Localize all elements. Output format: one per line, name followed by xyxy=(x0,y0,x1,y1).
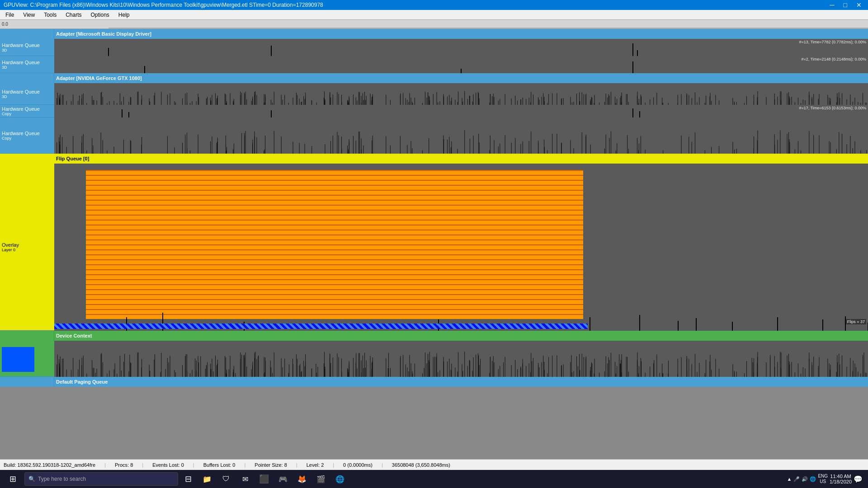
taskbar-right: ▲ 🎤 🔊 🌐 ENG US 11:40 AM 1/18/2020 💬 xyxy=(787,474,867,484)
hw-queue-3d-ms2-row: Hardware Queue 3D #=2, Time=2148 (0.2148… xyxy=(0,56,868,73)
hw-queue-copy2-row: Hardware Queue Copy #=701, Time=294137 (… xyxy=(0,117,868,154)
hw-queue-copy2-content: #=701, Time=294137 (29.4137ms); 0.17% xyxy=(54,117,868,154)
clock-time: 11:40 AM xyxy=(830,474,852,479)
default-paging-row: Default Paging Queue xyxy=(0,377,868,387)
device-context-row: #=9189, Time used: GPU=27490531 (2.749,0… xyxy=(0,341,868,377)
status-buffers-lost: Buffers Lost: 0 xyxy=(203,462,236,468)
adapter-microsoft-label xyxy=(0,29,54,39)
chrome-icon[interactable]: 🌐 xyxy=(331,470,349,488)
restore-button[interactable]: □ xyxy=(841,1,850,9)
status-pointer-size: Pointer Size: 8 xyxy=(255,462,287,468)
adapter-nvidia-row: Adapter [NVIDIA GeForce GTX 1080] xyxy=(0,73,868,83)
device-context-queue-label xyxy=(0,341,54,377)
hw-queue-copy2-label: Hardware Queue Copy xyxy=(0,117,54,154)
hw-queue-3d-ms2-content: #=2, Time=2148 (0.2148ms); 0.00% xyxy=(54,56,868,73)
hw-queue-ms2-spikes xyxy=(54,56,868,73)
taskbar: ⊞ 🔍 Type here to search ⊟ 📁 🛡 ✉ ⬛ 🎮 🦊 🎬 … xyxy=(0,470,868,488)
nv3d-canvas xyxy=(54,83,868,105)
status-level: Level: 2 xyxy=(307,462,324,468)
hw-queue-copy1-label: Hardware Queue Copy xyxy=(0,105,54,117)
defender-icon[interactable]: 🛡 xyxy=(217,470,235,488)
steam-icon[interactable]: 🎮 xyxy=(274,470,292,488)
default-paging-label xyxy=(0,377,54,387)
adapter-nvidia-content: Adapter [NVIDIA GeForce GTX 1080] xyxy=(54,75,868,81)
locale-display: ENG US xyxy=(818,474,828,484)
device-context-content: Device Context xyxy=(54,333,868,338)
network-icon[interactable]: 🌐 xyxy=(810,476,816,482)
locale-region: US xyxy=(818,479,828,484)
start-button[interactable]: ⊞ xyxy=(2,470,24,488)
hw-queue-3d-nv-content: #=5661, Time=27716812 (2.7716812ms); 16.… xyxy=(54,83,868,105)
menu-tools[interactable]: Tools xyxy=(40,11,60,19)
file-explorer-icon[interactable]: 📁 xyxy=(198,470,216,488)
notifications-icon[interactable]: 💬 xyxy=(854,475,863,483)
main-content: 0.0 Adapter [Microsoft Basic Display Dri… xyxy=(0,20,868,469)
mic-icon[interactable]: 🎤 xyxy=(793,476,800,482)
device-context-label xyxy=(0,331,54,341)
copy2-canvas xyxy=(54,117,868,154)
adapter-microsoft-content: Adapter [Microsoft Basic Display Driver] xyxy=(54,31,868,37)
device-context-queue-content: #=9189, Time used: GPU=27490531 (2.749,0… xyxy=(54,341,868,377)
flip-queue-content-label: Flip Queue [0] xyxy=(54,156,868,161)
overlay-spikes-left xyxy=(54,164,868,331)
status-bar: Build: 18362.592.190318-1202_amd64fre | … xyxy=(0,459,868,470)
status-time: 0 (0.0000ms) xyxy=(343,462,373,468)
status-build: Build: 18362.592.190318-1202_amd64fre xyxy=(4,462,95,468)
mail-icon[interactable]: ✉ xyxy=(236,470,254,488)
hw-queue-3d-ms2-label: Hardware Queue 3D xyxy=(0,56,54,73)
status-total: 36508048 (3,650.8048ms) xyxy=(392,462,450,468)
device-context-canvas xyxy=(54,341,868,377)
hw-queue-ms-spikes xyxy=(54,39,868,56)
tray-chevron-icon[interactable]: ▲ xyxy=(787,476,792,482)
menu-help[interactable]: Help xyxy=(115,11,133,19)
menu-charts[interactable]: Charts xyxy=(62,11,85,19)
locale-lang: ENG xyxy=(818,474,828,479)
hw-queue-3d-ms-row: Hardware Queue 3D #=13, Time=7782 (0.778… xyxy=(0,39,868,56)
search-bar[interactable]: 🔍 Type here to search xyxy=(24,472,178,486)
overlay-row: Overlay Layer 0 xyxy=(0,164,868,331)
status-events-lost: Events Lost: 0 xyxy=(152,462,184,468)
task-view-icon[interactable]: ⊟ xyxy=(179,470,197,488)
flip-queue-header: Flip Queue [0] xyxy=(0,154,868,164)
flips-info: Flips = 37 xyxy=(846,319,866,324)
blue-thumbnail xyxy=(2,347,34,372)
close-button[interactable]: ✕ xyxy=(854,1,864,9)
hw-queue-3d-nv-label: Hardware Queue 3D xyxy=(0,83,54,105)
minimize-button[interactable]: ─ xyxy=(827,1,837,9)
flip-queue-label xyxy=(0,154,54,164)
hw-queue-copy1-spikes xyxy=(54,105,868,117)
vlc-icon[interactable]: 🎬 xyxy=(312,470,330,488)
diamond-bar xyxy=(54,324,588,329)
menu-file[interactable]: File xyxy=(2,11,18,19)
office-icon[interactable]: ⬛ xyxy=(255,470,273,488)
adapter-nvidia-label xyxy=(0,73,54,83)
clock[interactable]: 11:40 AM 1/18/2020 xyxy=(830,474,852,484)
search-placeholder: Type here to search xyxy=(38,476,86,482)
title-text: GPUView: C:\Program Files (x86)\Windows … xyxy=(4,2,323,8)
status-procs: Procs: 8 xyxy=(115,462,133,468)
menu-view[interactable]: View xyxy=(19,11,38,19)
volume-icon[interactable]: 🔊 xyxy=(802,476,808,482)
default-paging-content: Default Paging Queue xyxy=(54,379,868,385)
clock-date: 1/18/2020 xyxy=(830,479,852,484)
title-bar: GPUView: C:\Program Files (x86)\Windows … xyxy=(0,0,868,10)
hw-queue-3d-ms-label: Hardware Queue 3D xyxy=(0,39,54,56)
overlay-label: Overlay Layer 0 xyxy=(0,164,54,331)
menu-bar: File View Tools Charts Options Help xyxy=(0,10,868,20)
timeline-label: 0.0 xyxy=(2,22,8,27)
firefox-icon[interactable]: 🦊 xyxy=(293,470,311,488)
overlay-content: Flips = 37 xyxy=(54,164,868,331)
title-bar-controls: ─ □ ✕ xyxy=(827,1,864,9)
hw-queue-3d-nv-row: Hardware Queue 3D #=5661, Time=27716812 … xyxy=(0,83,868,105)
hw-queue-copy1-content: #=17, Time=6153 (0.6153ms); 0.00% xyxy=(54,105,868,117)
timeline-ruler: 0.0 xyxy=(0,20,868,29)
hw-queue-copy1-row: Hardware Queue Copy #=17, Time=6153 (0.6… xyxy=(0,105,868,117)
adapter-microsoft-row: Adapter [Microsoft Basic Display Driver] xyxy=(0,29,868,39)
device-context-header: Device Context xyxy=(0,331,868,341)
search-icon: 🔍 xyxy=(28,476,35,482)
menu-options[interactable]: Options xyxy=(87,11,113,19)
hw-queue-3d-ms-content: #=13, Time=7782 (0.7782ms); 0.00% xyxy=(54,39,868,56)
